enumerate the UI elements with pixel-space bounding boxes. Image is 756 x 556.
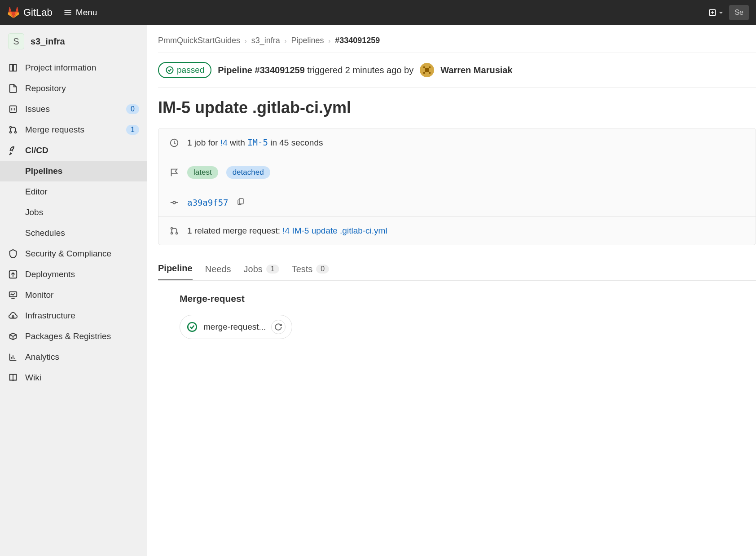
retry-icon <box>274 323 282 331</box>
branch-link[interactable]: IM-5 <box>247 137 268 147</box>
breadcrumb: PmmQuickStartGuides › s3_infra › Pipelin… <box>158 36 756 53</box>
detail-tags-row: latest detached <box>158 157 756 188</box>
tag-detached: detached <box>226 166 270 179</box>
sidebar-item-repository[interactable]: Repository <box>0 78 147 99</box>
svg-rect-32 <box>239 199 243 204</box>
sidebar-item-project-info[interactable]: Project information <box>0 57 147 78</box>
monitor-icon <box>8 290 18 300</box>
tab-tests[interactable]: Tests 0 <box>292 258 330 280</box>
svg-rect-6 <box>10 106 17 113</box>
related-mr-text: 1 related merge request: !4 IM-5 update … <box>187 226 387 236</box>
svg-rect-14 <box>9 292 17 297</box>
book-icon <box>8 63 18 73</box>
sidebar-item-label: Merge requests <box>25 125 119 135</box>
sidebar-item-wiki[interactable]: Wiki <box>0 367 147 388</box>
tag-latest: latest <box>187 166 218 179</box>
triggered-text: triggered 2 minutes ago by <box>305 65 413 75</box>
svg-rect-25 <box>425 68 429 72</box>
svg-point-10 <box>10 132 12 133</box>
svg-point-16 <box>12 316 14 318</box>
pipeline-details: 1 job for !4 with IM-5 in 45 seconds lat… <box>158 128 756 245</box>
sidebar-item-deployments[interactable]: Deployments <box>0 264 147 285</box>
chevron-right-icon: › <box>285 37 287 44</box>
tabs: Pipeline Needs Jobs 1 Tests 0 <box>158 258 756 281</box>
mr-link[interactable]: !4 <box>220 138 228 147</box>
sidebar-item-monitor[interactable]: Monitor <box>0 285 147 305</box>
copy-sha-button[interactable] <box>237 197 245 207</box>
clock-icon <box>169 138 179 148</box>
user-avatar[interactable] <box>420 63 434 77</box>
pipeline-id: Pipeline #334091259 <box>218 65 304 75</box>
topbar-left: GitLab Menu <box>7 6 97 19</box>
jobs-count: 1 <box>266 265 279 274</box>
sidebar-item-label: Wiki <box>25 373 139 383</box>
topbar-right: Se <box>708 5 749 20</box>
breadcrumb-project[interactable]: s3_infra <box>251 36 280 45</box>
clipboard-icon <box>237 197 245 205</box>
sidebar-item-label: Infrastructure <box>25 311 139 321</box>
breadcrumb-group[interactable]: PmmQuickStartGuides <box>158 36 240 45</box>
main-content: PmmQuickStartGuides › s3_infra › Pipelin… <box>147 25 756 556</box>
subnav-jobs[interactable]: Jobs <box>0 202 147 223</box>
topbar: GitLab Menu Se <box>0 0 756 25</box>
svg-point-34 <box>171 233 173 234</box>
sidebar-item-merge-requests[interactable]: Merge requests 1 <box>0 119 147 140</box>
sidebar-item-label: Repository <box>25 84 139 93</box>
related-mr-link[interactable]: !4 IM-5 update .gitlab-ci.yml <box>282 226 387 235</box>
tab-jobs[interactable]: Jobs 1 <box>244 258 279 280</box>
sidebar-item-label: Deployments <box>25 269 139 279</box>
subnav-schedules[interactable]: Schedules <box>0 223 147 243</box>
sidebar-item-infrastructure[interactable]: Infrastructure <box>0 305 147 326</box>
chevron-right-icon: › <box>329 37 331 44</box>
sidebar-item-label: CI/CD <box>25 146 139 155</box>
merge-request-icon <box>169 226 179 236</box>
search-input[interactable]: Se <box>729 5 749 20</box>
job-pill[interactable]: merge-request... <box>180 315 292 339</box>
breadcrumb-section[interactable]: Pipelines <box>291 36 324 45</box>
sidebar-item-cicd[interactable]: CI/CD <box>0 140 147 161</box>
gitlab-tanuki-icon <box>7 6 20 19</box>
project-avatar: S <box>8 33 24 49</box>
gitlab-brand-text: GitLab <box>23 7 53 18</box>
sidebar-item-security[interactable]: Security & Compliance <box>0 243 147 264</box>
status-badge[interactable]: passed <box>158 62 211 78</box>
svg-rect-23 <box>423 66 425 68</box>
stage-section: Merge-request merge-request... <box>158 281 756 352</box>
book-open-icon <box>8 373 18 383</box>
project-header[interactable]: S s3_infra <box>0 29 147 54</box>
subnav-editor[interactable]: Editor <box>0 181 147 202</box>
detail-commit-row: a39a9f57 <box>158 188 756 217</box>
commit-sha-link[interactable]: a39a9f57 <box>187 198 229 207</box>
chevron-down-icon <box>718 10 724 15</box>
job-name: merge-request... <box>203 322 266 332</box>
svg-point-29 <box>173 201 176 204</box>
breadcrumb-current: #334091259 <box>335 36 380 45</box>
user-name[interactable]: Warren Marusiak <box>440 65 512 75</box>
file-icon <box>8 84 18 93</box>
avatar-pattern-icon <box>422 65 432 75</box>
merge-icon <box>8 125 18 135</box>
cicd-subnav: Pipelines Editor Jobs Schedules <box>0 161 147 243</box>
sidebar-item-analytics[interactable]: Analytics <box>0 347 147 367</box>
tab-needs[interactable]: Needs <box>205 258 231 280</box>
plus-icon <box>708 9 716 17</box>
detail-related-mr-row: 1 related merge request: !4 IM-5 update … <box>158 217 756 245</box>
subnav-pipelines[interactable]: Pipelines <box>0 161 147 181</box>
check-circle-icon <box>186 321 198 333</box>
menu-label: Menu <box>76 8 97 18</box>
svg-point-35 <box>176 233 178 234</box>
shield-icon <box>8 249 18 259</box>
svg-rect-24 <box>429 66 431 68</box>
job-retry-button[interactable] <box>271 320 286 334</box>
svg-point-9 <box>10 127 12 128</box>
menu-button[interactable]: Menu <box>63 8 97 18</box>
sidebar-item-label: Packages & Registries <box>25 331 139 341</box>
gitlab-logo[interactable]: GitLab <box>7 6 53 19</box>
sidebar-item-issues[interactable]: Issues 0 <box>0 99 147 119</box>
pipeline-trigger-info: Pipeline #334091259 triggered 2 minutes … <box>218 65 413 75</box>
new-dropdown[interactable] <box>708 9 724 17</box>
deploy-icon <box>8 269 18 279</box>
sidebar-item-packages[interactable]: Packages & Registries <box>0 326 147 347</box>
tab-pipeline[interactable]: Pipeline <box>158 258 193 280</box>
mr-count-badge: 1 <box>126 125 139 135</box>
